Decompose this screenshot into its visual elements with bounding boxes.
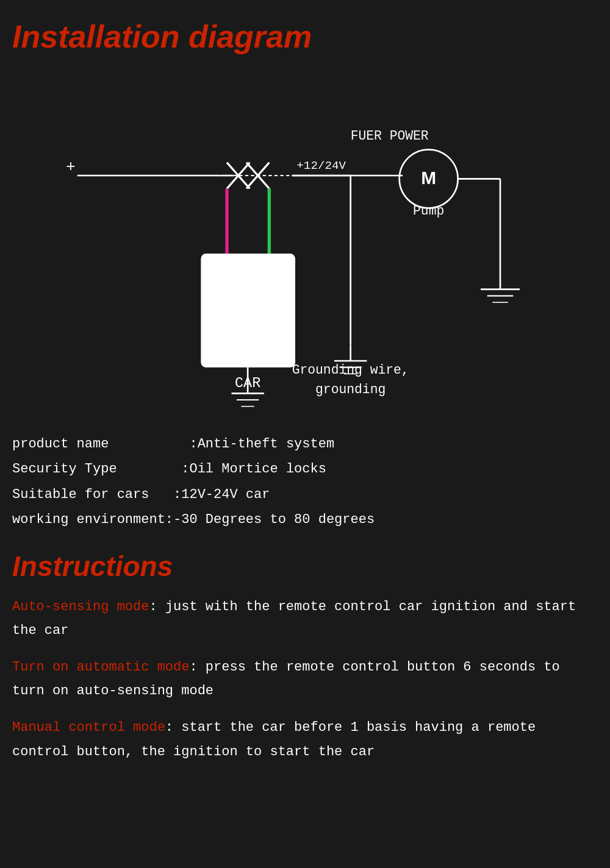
car-label: CAR — [235, 375, 260, 391]
grounding-label: Grounding wire, — [292, 363, 409, 377]
pump-label: Pump — [413, 204, 444, 218]
spec-product-name: product name :Anti-theft system — [12, 433, 598, 455]
spec-suitable: Suitable for cars :12V-24V car — [12, 483, 598, 506]
spec-working-env: working environment:-30 Degrees to 80 de… — [12, 508, 598, 531]
plus-label: + — [66, 158, 75, 176]
installation-diagram: FUER POWER + +12/24V M Pump — [12, 73, 598, 414]
instructions-title: Instructions — [12, 550, 598, 583]
grounding-label2: grounding — [315, 382, 386, 397]
manual-mode-label: Manual control mode — [12, 720, 165, 735]
instruction-auto-sensing: Auto-sensing mode: just with the remote … — [12, 595, 598, 643]
auto-sensing-mode-label: Auto-sensing mode — [12, 599, 149, 614]
instruction-auto-mode: Turn on automatic mode: press the remote… — [12, 655, 598, 703]
instructions-block: Auto-sensing mode: just with the remote … — [12, 595, 598, 764]
instruction-manual-mode: Manual control mode: start the car befor… — [12, 716, 598, 764]
auto-mode-label: Turn on automatic mode — [12, 660, 189, 675]
svg-rect-0 — [12, 75, 598, 413]
svg-rect-10 — [201, 254, 295, 368]
spec-security-type: Security Type :Oil Mortice locks — [12, 458, 598, 480]
motor-label: M — [421, 168, 436, 188]
product-specs: product name :Anti-theft system Security… — [12, 433, 598, 532]
voltage-label: +12/24V — [296, 159, 346, 173]
page-title: Installation diagram — [12, 18, 598, 55]
fuer-power-label: FUER POWER — [351, 129, 429, 143]
